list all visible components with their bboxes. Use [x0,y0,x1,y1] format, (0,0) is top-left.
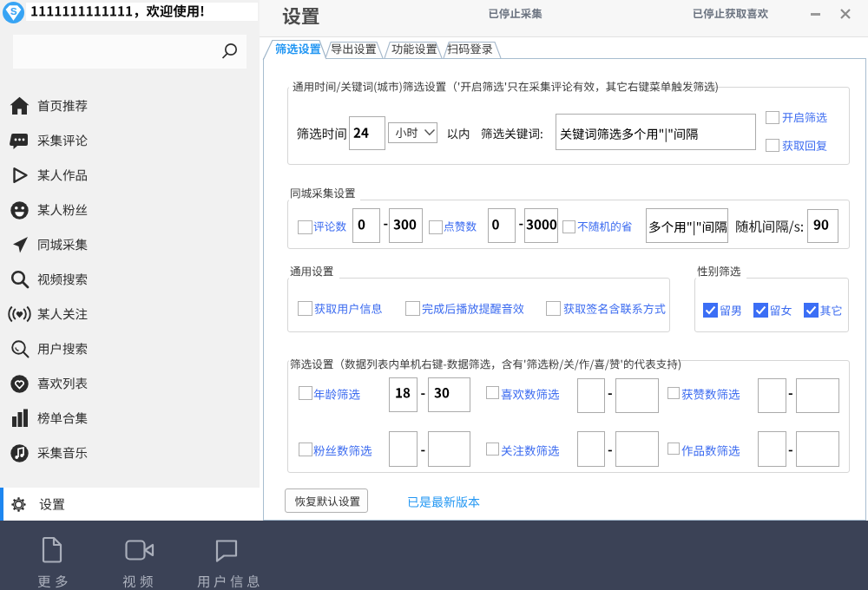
svg-text:S: S [10,6,17,16]
